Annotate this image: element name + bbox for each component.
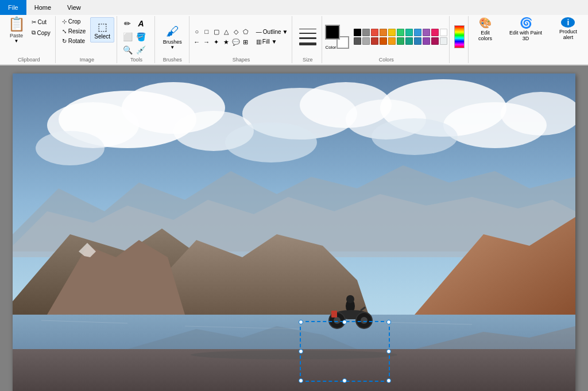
- svg-point-12: [225, 122, 317, 162]
- cut-icon: ✂: [32, 19, 36, 25]
- spectrum-group: [451, 16, 468, 63]
- fill-tool[interactable]: 🪣: [134, 30, 147, 43]
- color-swatch[interactable]: [380, 29, 387, 36]
- crop-icon: ⊹: [62, 18, 67, 25]
- brushes-group: 🖌 Brushes ▼ Brushes: [156, 16, 189, 63]
- rotate-icon: ↻: [62, 38, 67, 44]
- svg-point-30: [334, 317, 341, 324]
- svg-rect-34: [331, 311, 337, 318]
- color-swatch[interactable]: [431, 29, 439, 36]
- cut-button[interactable]: ✂ Cut: [29, 17, 53, 27]
- shape-star5[interactable]: ★: [222, 37, 231, 47]
- pencil-tool[interactable]: ✏: [121, 17, 134, 30]
- edit-paint3d-button[interactable]: 🌀 Edit with Paint 3D: [502, 16, 550, 41]
- fill-icon: ▥: [256, 38, 261, 45]
- size-line-1[interactable]: [299, 29, 316, 29]
- eraser-tool[interactable]: ⬜: [121, 30, 134, 43]
- tab-home[interactable]: Home: [26, 0, 59, 15]
- paste-icon: 📋: [8, 16, 25, 32]
- color-swatch[interactable]: [362, 29, 370, 36]
- clipboard-group: 📋 Paste ▼ ✂ Cut ⧉ Copy Clipboard: [2, 16, 56, 63]
- color-swatch[interactable]: [354, 29, 361, 36]
- tab-view[interactable]: View: [59, 0, 89, 15]
- size-line-2[interactable]: [299, 33, 316, 34]
- color-swatch[interactable]: [354, 37, 361, 45]
- color-swatch[interactable]: [423, 37, 430, 45]
- clipboard-small-buttons: ✂ Cut ⧉ Copy: [29, 17, 53, 38]
- copy-button[interactable]: ⧉ Copy: [29, 28, 53, 38]
- color-swatch[interactable]: [431, 37, 439, 45]
- edit-colors-icon: 🎨: [479, 17, 492, 29]
- toolbar: 📋 Paste ▼ ✂ Cut ⧉ Copy Clipboard: [0, 15, 588, 65]
- paint-canvas[interactable]: [13, 73, 575, 392]
- color-swatch[interactable]: [414, 29, 421, 36]
- rotate-button[interactable]: ↻ Rotate: [60, 37, 88, 45]
- color-swatch[interactable]: [405, 37, 413, 45]
- color-swatch[interactable]: [440, 29, 447, 36]
- color-swatch[interactable]: [440, 37, 447, 45]
- shape-arrow[interactable]: →: [202, 37, 211, 47]
- color-swatch[interactable]: [414, 37, 421, 45]
- shapes-group: ○ □ ▢ △ ◇ ⬠ ← → ✦ ★ 💬 ⊞: [191, 16, 293, 63]
- shape-ellipse[interactable]: ○: [192, 27, 202, 36]
- color-swatch[interactable]: [380, 37, 387, 45]
- outline-icon: —: [256, 29, 262, 35]
- svg-point-13: [372, 118, 458, 155]
- color-picker[interactable]: 💉: [134, 44, 147, 56]
- shape-scroll[interactable]: ⊞: [241, 37, 250, 47]
- crop-button[interactable]: ⊹ Crop: [60, 17, 88, 26]
- svg-point-27: [346, 295, 354, 303]
- shape-callout[interactable]: 💬: [231, 37, 241, 47]
- shape-pentagon[interactable]: ⬠: [241, 27, 250, 36]
- size-group: Size: [293, 16, 322, 63]
- outline-button[interactable]: — Outline ▼: [254, 28, 291, 36]
- brushes-icon: 🖌: [166, 24, 179, 39]
- brushes-button[interactable]: 🖌 Brushes ▼: [159, 24, 186, 49]
- shape-arrow-left[interactable]: ←: [192, 37, 202, 47]
- svg-point-11: [36, 131, 105, 165]
- resize-button[interactable]: ⤡ Resize: [60, 27, 88, 36]
- shape-triangle[interactable]: △: [222, 27, 231, 36]
- color-swatch[interactable]: [362, 37, 370, 45]
- select-button[interactable]: ⬚ Select: [90, 17, 114, 42]
- select-icon: ⬚: [98, 21, 107, 33]
- svg-point-32: [361, 317, 368, 324]
- color-swatch[interactable]: [371, 37, 378, 45]
- copy-icon: ⧉: [32, 29, 36, 36]
- color-swatch[interactable]: [405, 29, 413, 36]
- text-tool[interactable]: A: [134, 17, 147, 30]
- color-swatch[interactable]: [371, 29, 378, 36]
- product-alert-button[interactable]: i Product alert: [551, 16, 586, 41]
- canvas-area: [0, 65, 588, 391]
- alert-icon: i: [561, 17, 575, 28]
- paste-button[interactable]: 📋 Paste ▼: [5, 17, 28, 42]
- color-swatch[interactable]: [397, 29, 404, 36]
- color-swatch[interactable]: [423, 29, 430, 36]
- tab-bar: File Home View: [0, 0, 588, 15]
- color1-preview[interactable]: [325, 25, 340, 40]
- tab-file[interactable]: File: [0, 0, 26, 15]
- spectrum-button[interactable]: [454, 25, 465, 48]
- size-line-4[interactable]: [299, 42, 316, 45]
- outline-fill-area: — Outline ▼ ▥ Fill ▼: [254, 28, 291, 46]
- shape-diamond[interactable]: ◇: [231, 27, 241, 36]
- landscape-image: [13, 73, 575, 392]
- shape-rect[interactable]: □: [202, 27, 211, 36]
- color-swatch[interactable]: [388, 29, 396, 36]
- size-line-3[interactable]: [299, 37, 316, 39]
- resize-icon: ⤡: [62, 28, 67, 34]
- tools-group: ✏ A ⬜ 🪣 🔍 💉 Tools: [118, 16, 154, 63]
- shape-star4[interactable]: ✦: [212, 37, 221, 47]
- fill-button[interactable]: ▥ Fill ▼: [254, 37, 291, 46]
- shape-rounded-rect[interactable]: ▢: [212, 27, 221, 36]
- size-selector: [299, 29, 316, 45]
- edit-colors-button[interactable]: 🎨 Edit colors: [470, 16, 501, 41]
- color-swatch[interactable]: [397, 37, 404, 45]
- colors-group: Color Colors: [323, 16, 450, 63]
- image-group: ⊹ Crop ⤡ Resize ↻ Rotate ⬚ Select: [57, 16, 117, 63]
- color-swatch[interactable]: [388, 37, 396, 45]
- paint3d-icon: 🌀: [520, 17, 532, 29]
- color-swatches: [354, 29, 447, 45]
- svg-point-37: [191, 350, 397, 359]
- magnifier-tool[interactable]: 🔍: [121, 44, 134, 56]
